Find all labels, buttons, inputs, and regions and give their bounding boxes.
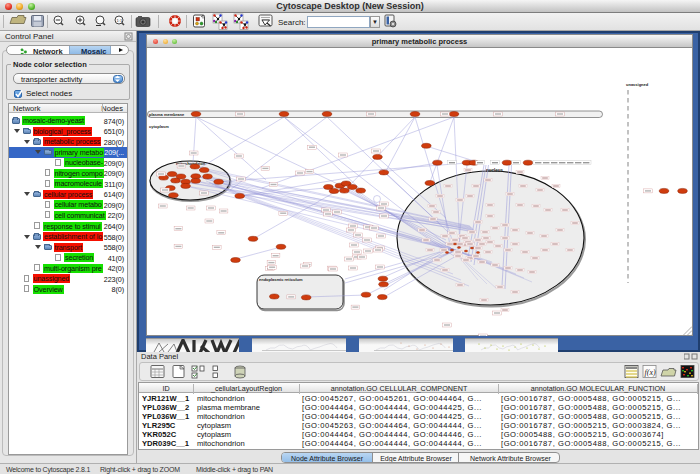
svg-text:plasma membrane: plasma membrane: [149, 112, 185, 117]
svg-text:unassigned: unassigned: [626, 82, 649, 87]
svg-text:f(x): f(x): [645, 368, 656, 377]
svg-text:nucleus: nucleus: [486, 168, 504, 173]
svg-text:cytoplasm: cytoplasm: [149, 124, 169, 129]
svg-text:1:1: 1:1: [117, 18, 123, 23]
svg-text:endoplasmic reticulum: endoplasmic reticulum: [259, 277, 303, 282]
